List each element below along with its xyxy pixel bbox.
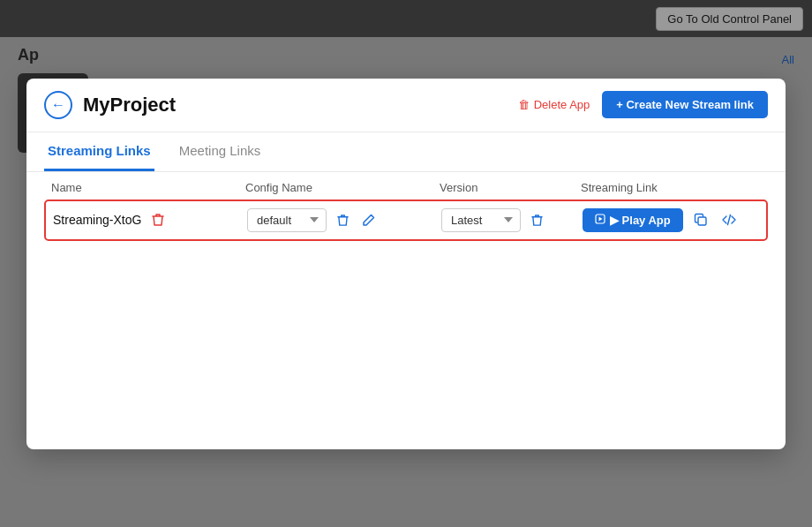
create-stream-link-button[interactable]: + Create New Stream link bbox=[602, 91, 768, 118]
version-cell: Latest bbox=[441, 208, 583, 232]
table-header: Name Config Name Version Streaming Link bbox=[44, 172, 768, 200]
trash-icon bbox=[152, 213, 164, 227]
modal-project-title: MyProject bbox=[83, 94, 518, 117]
col-header-name: Name bbox=[51, 181, 245, 194]
config-cell: default bbox=[247, 208, 441, 232]
back-button[interactable]: ← bbox=[44, 91, 72, 119]
embed-icon bbox=[722, 213, 736, 227]
svg-rect-1 bbox=[698, 217, 706, 225]
embed-link-button[interactable] bbox=[718, 211, 740, 229]
edit-config-button[interactable] bbox=[359, 212, 379, 228]
modal-tabs: Streaming Links Meeting Links bbox=[26, 132, 786, 172]
copy-icon bbox=[694, 213, 708, 227]
delete-trash-icon: 🗑 bbox=[518, 98, 530, 111]
edit-icon bbox=[363, 214, 375, 226]
config-name-select[interactable]: default bbox=[247, 208, 327, 232]
header-actions: 🗑 Delete App + Create New Stream link bbox=[518, 91, 768, 118]
table-row: Streaming-XtoG default bbox=[44, 200, 768, 241]
delete-version-button[interactable] bbox=[528, 212, 546, 229]
modal-dialog: ← MyProject 🗑 Delete App + Create New St… bbox=[26, 79, 786, 449]
delete-stream-button[interactable] bbox=[148, 211, 168, 229]
streaming-link-cell: ▶ Play App bbox=[583, 208, 759, 232]
col-header-version: Version bbox=[440, 181, 581, 194]
config-trash-icon bbox=[337, 214, 349, 227]
name-cell: Streaming-XtoG bbox=[53, 211, 247, 229]
play-app-button[interactable]: ▶ Play App bbox=[583, 208, 683, 232]
version-trash-icon bbox=[531, 214, 543, 227]
version-select[interactable]: Latest bbox=[441, 208, 521, 232]
copy-link-button[interactable] bbox=[690, 211, 711, 229]
delete-config-button[interactable] bbox=[334, 212, 352, 229]
svg-line-2 bbox=[727, 215, 730, 225]
modal-body: Name Config Name Version Streaming Link … bbox=[26, 172, 786, 449]
play-icon bbox=[595, 214, 605, 227]
back-arrow-icon: ← bbox=[51, 97, 65, 113]
col-header-config: Config Name bbox=[245, 181, 440, 194]
modal-header: ← MyProject 🗑 Delete App + Create New St… bbox=[26, 79, 786, 132]
stream-name-label: Streaming-XtoG bbox=[53, 213, 141, 227]
delete-app-button[interactable]: 🗑 Delete App bbox=[518, 98, 590, 111]
tab-streaming-links[interactable]: Streaming Links bbox=[44, 132, 154, 171]
tab-meeting-links[interactable]: Meeting Links bbox=[176, 132, 265, 171]
col-header-streaming-link: Streaming Link bbox=[581, 181, 761, 194]
modal-overlay: ← MyProject 🗑 Delete App + Create New St… bbox=[0, 0, 812, 527]
